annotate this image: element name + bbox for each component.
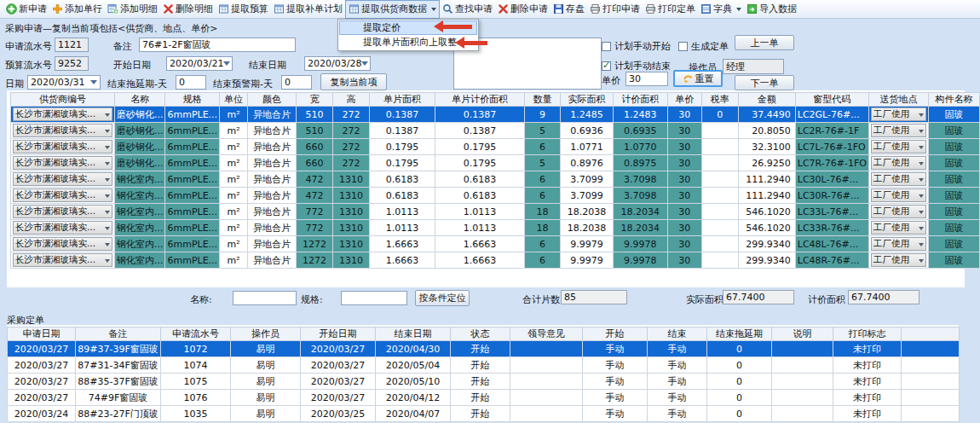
supplier-combo[interactable]: 长沙市潇湘玻璃实... xyxy=(13,140,112,154)
column-header-note[interactable]: 说明 xyxy=(772,327,833,341)
column-header-window_code[interactable]: 窗型代码 xyxy=(795,93,868,107)
column-header-tax[interactable]: 税率 xyxy=(701,93,738,107)
column-header-amount[interactable]: 金额 xyxy=(738,93,795,107)
toolbar-button-extract-supplement-plan[interactable]: 提取补单计划 xyxy=(271,1,345,18)
copy-current-button[interactable]: 复制当前项 xyxy=(320,73,387,90)
request-no-field[interactable]: 1121 xyxy=(55,38,89,52)
delivery-combo[interactable]: 工厂使用 xyxy=(871,188,926,202)
delivery-combo[interactable]: 工厂使用 xyxy=(871,205,926,218)
supplier-combo[interactable]: 长沙市潇湘玻璃实... xyxy=(13,221,112,235)
end-date-picker[interactable]: 2020/03/28 xyxy=(304,56,371,71)
toolbar-button-save[interactable]: 存盘 xyxy=(551,1,587,18)
supplier-combo[interactable]: 长沙市潇湘玻璃实... xyxy=(13,107,112,121)
toolbar-button-add-row[interactable]: 添加单行 xyxy=(49,1,105,18)
table-row[interactable]: 长沙市潇湘玻璃实...钢化室内...6mmPLE...m²异地合片1272131… xyxy=(11,252,980,269)
toolbar-button-search-request[interactable]: 查找申请 xyxy=(440,1,495,18)
toolbar-button-new-request[interactable]: 新申请 xyxy=(3,1,49,18)
column-header-end[interactable]: 结束 xyxy=(648,327,707,341)
column-header-supplier[interactable]: 供货商编号 xyxy=(11,93,115,107)
remark-input[interactable]: 76#1-2F窗固玻 xyxy=(139,38,296,52)
delivery-combo[interactable]: 工厂使用 xyxy=(871,124,926,137)
table-row[interactable]: 长沙市潇湘玻璃实...钢化室内...6mmPLE...m²异地合片7721310… xyxy=(11,204,980,220)
column-header-color[interactable]: 颜色 xyxy=(248,93,297,107)
generate-order-checkbox[interactable]: 生成定单 xyxy=(678,40,729,53)
column-header-remark[interactable]: 备注 xyxy=(76,327,161,341)
table-row[interactable]: 2020/03/2788#35-37F窗固玻1075易明2020/03/2720… xyxy=(8,374,960,390)
delivery-combo[interactable]: 工厂使用 xyxy=(871,253,926,267)
column-header-name[interactable]: 名称 xyxy=(114,93,165,107)
toolbar-button-extract-supplier-data[interactable]: 提取供货商数据 xyxy=(345,0,440,19)
supplier-combo[interactable]: 长沙市潇湘玻璃实... xyxy=(13,205,112,218)
column-header-piece_price_area[interactable]: 单片计价面积 xyxy=(435,93,525,107)
column-header-operator[interactable]: 操作员 xyxy=(231,327,301,341)
column-header-actual_area[interactable]: 实际面积 xyxy=(560,93,613,107)
column-header-price_area[interactable]: 计价面积 xyxy=(613,93,667,107)
unit-price-input[interactable]: 30 xyxy=(625,72,668,86)
toolbar-button-print-request[interactable]: 打印申请 xyxy=(587,1,643,18)
column-header-req_date[interactable]: 申请日期 xyxy=(8,327,76,341)
column-header-start_date[interactable]: 开始日期 xyxy=(301,327,376,341)
filter-name-input[interactable] xyxy=(233,291,297,305)
table-row[interactable]: 长沙市潇湘玻璃实...钢化室内...6mmPLE...m²异地合片4721310… xyxy=(11,188,980,204)
date-picker[interactable]: 2020/03/31 xyxy=(27,75,101,90)
column-header-end_date[interactable]: 结束日期 xyxy=(376,327,451,341)
delivery-combo[interactable]: 工厂使用 xyxy=(871,172,926,186)
supplier-combo[interactable]: 长沙市潇湘玻璃实... xyxy=(13,237,112,251)
table-row[interactable]: 长沙市潇湘玻璃实...磨砂钢化...6mmPLE...m²异地合片5102720… xyxy=(11,123,980,139)
next-order-button[interactable]: 下一单 xyxy=(735,75,794,90)
delivery-combo[interactable]: 工厂使用 xyxy=(871,156,926,170)
operator-field[interactable]: 经理 xyxy=(723,59,784,74)
column-header-start[interactable]: 开始 xyxy=(583,327,648,341)
table-row[interactable]: 长沙市潇湘玻璃实...钢化室内...6mmPLE...m²异地合片1272131… xyxy=(11,236,980,252)
toolbar-button-extract-budget[interactable]: 提取预算 xyxy=(216,1,271,18)
table-row[interactable]: 2020/03/2488#23-27F门顶玻1035易明2020/03/2520… xyxy=(8,406,960,422)
column-header-leader_opinion[interactable]: 领导意见 xyxy=(510,327,583,341)
column-header-filler[interactable] xyxy=(902,327,960,341)
column-header-unit_price[interactable]: 单价 xyxy=(667,93,701,107)
toolbar-button-delete-request[interactable]: 删除申请 xyxy=(495,1,551,18)
column-header-end_delay[interactable]: 结束拖延期 xyxy=(707,327,772,341)
locate-by-condition-button[interactable]: 按条件定位 xyxy=(415,290,470,306)
table-row[interactable]: 长沙市潇湘玻璃实...钢化室内...6mmPLE...m²异地合片4721310… xyxy=(11,171,980,188)
end-warning-input[interactable]: 0 xyxy=(281,75,312,90)
supplier-combo[interactable]: 长沙市潇湘玻璃实... xyxy=(13,188,112,202)
reset-button[interactable]: 重置 xyxy=(673,70,723,87)
column-header-qty[interactable]: 数量 xyxy=(524,93,560,107)
delivery-combo[interactable]: 工厂使用 xyxy=(871,221,926,235)
table-row[interactable]: 2020/03/2789#37-39F窗固玻1072易明2020/03/2720… xyxy=(8,341,960,357)
filter-spec-input[interactable] xyxy=(341,291,407,305)
column-header-status[interactable]: 状态 xyxy=(451,327,510,341)
table-row[interactable]: 2020/03/2787#31-34F窗固玻1074易明2020/03/2720… xyxy=(8,357,960,374)
column-header-print_flag[interactable]: 打印标志 xyxy=(833,327,902,341)
table-row[interactable]: 2020/03/2774#9F窗固玻1076易明2020/03/272020/0… xyxy=(8,390,960,406)
column-header-part[interactable]: 构件名称 xyxy=(928,93,979,107)
column-header-delivery[interactable]: 送货地点 xyxy=(868,93,928,107)
delivery-combo[interactable]: 工厂使用 xyxy=(871,140,926,154)
start-date-picker[interactable]: 2020/03/21 xyxy=(166,56,233,71)
column-header-width[interactable]: 宽 xyxy=(297,93,333,107)
table-row[interactable]: 长沙市潇湘玻璃实...磨砂钢化...6mmPLE...m²异地合片5102720… xyxy=(11,107,980,123)
toolbar-button-dictionary[interactable]: 字典 xyxy=(698,1,744,18)
table-row[interactable]: 长沙市潇湘玻璃实...磨砂钢化...6mmPLE...m²异地合片6602720… xyxy=(11,139,980,155)
table-row[interactable]: 长沙市潇湘玻璃实...钢化室内...6mmPLE...m²异地合片7721310… xyxy=(11,220,980,236)
column-header-spec[interactable]: 规格 xyxy=(165,93,220,107)
column-header-piece_area[interactable]: 单片面积 xyxy=(370,93,435,107)
delivery-combo[interactable]: 工厂使用 xyxy=(871,237,926,251)
toolbar-button-add-detail[interactable]: 添加明细 xyxy=(105,1,160,18)
column-header-height[interactable]: 高 xyxy=(333,93,370,107)
manual-end-checkbox[interactable]: 计划手动结束 xyxy=(602,60,671,72)
supplier-combo[interactable]: 长沙市潇湘玻璃实... xyxy=(13,124,112,137)
toolbar-button-print-order[interactable]: 打印定单 xyxy=(643,1,698,18)
table-row[interactable]: 长沙市潇湘玻璃实...磨砂钢化...6mmPLE...m²异地合片6602720… xyxy=(11,155,980,171)
toolbar-button-delete-detail[interactable]: 删除明细 xyxy=(160,1,216,18)
delivery-combo[interactable]: 工厂使用 xyxy=(871,107,926,121)
toolbar-button-import-data[interactable]: 导入数据 xyxy=(744,1,799,18)
manual-start-checkbox[interactable]: 计划手动开始 xyxy=(602,40,671,53)
previous-order-button[interactable]: 上一单 xyxy=(735,35,794,50)
supplier-combo[interactable]: 长沙市潇湘玻璃实... xyxy=(13,172,112,186)
end-delay-input[interactable]: 0 xyxy=(176,75,206,90)
supplier-combo[interactable]: 长沙市潇湘玻璃实... xyxy=(13,253,112,267)
budget-no-field[interactable]: 9252 xyxy=(55,56,89,71)
column-header-unit[interactable]: 单位 xyxy=(220,93,248,107)
supplier-combo[interactable]: 长沙市潇湘玻璃实... xyxy=(13,156,112,170)
